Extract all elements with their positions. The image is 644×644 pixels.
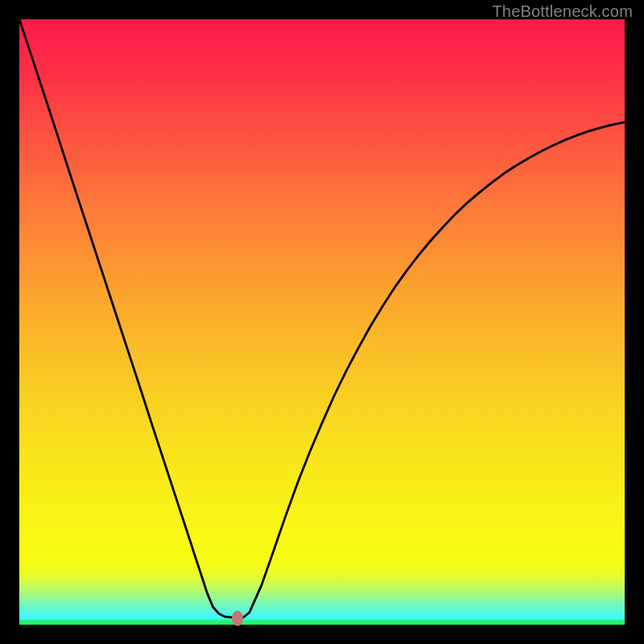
optimum-marker <box>232 610 243 625</box>
bottleneck-curve <box>19 19 625 625</box>
plot-frame <box>19 19 625 625</box>
watermark-text: TheBottleneck.com <box>492 2 633 21</box>
